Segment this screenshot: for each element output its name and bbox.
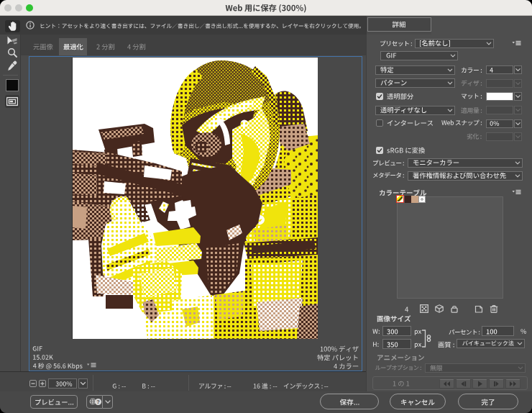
svg-text:?: ?: [96, 399, 100, 405]
